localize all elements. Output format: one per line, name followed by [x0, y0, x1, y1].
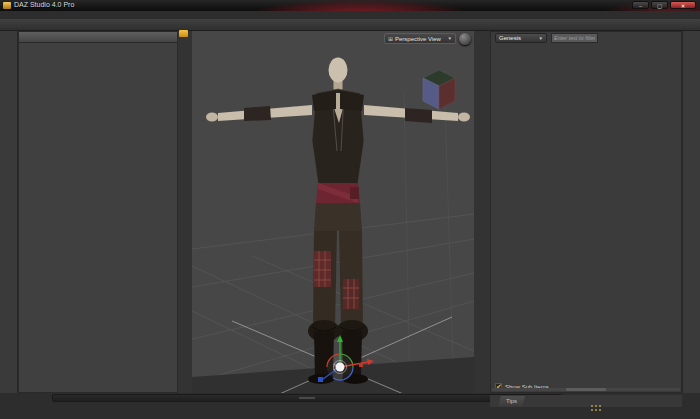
camera-selector[interactable]: ⊞ Perspective View ▼ [384, 33, 456, 44]
scene-tree [19, 42, 177, 392]
window-controls: –▢✕ [632, 1, 696, 9]
tab-tips[interactable]: Tips [498, 396, 525, 407]
camera-view-icon: ⊞ [388, 35, 393, 42]
node-selector[interactable]: Genesis ▼ [495, 33, 547, 43]
left-pane-tabs [178, 31, 192, 393]
viewport[interactable]: ⊞ Perspective View ▼ [192, 31, 474, 393]
camera-cube-toggle[interactable] [459, 33, 471, 45]
node-selector-value: Genesis [499, 35, 521, 41]
parameters-pane: Genesis ▼ ✔ Show Sub Items [490, 31, 682, 393]
view-cube[interactable] [421, 69, 457, 111]
title-bar[interactable]: DAZ Studio 4.0 Pro –▢✕ [0, 0, 700, 11]
file-toolbar [0, 31, 18, 393]
filter-input[interactable] [551, 33, 598, 43]
active-pane-marker [179, 30, 188, 37]
chevron-down-icon: ▼ [448, 36, 452, 41]
drag-handle[interactable] [299, 397, 315, 399]
maximize-button[interactable]: ▢ [651, 1, 668, 9]
horizontal-scrollbar[interactable] [492, 388, 680, 391]
daz-studio-window: { "window": { "title": "DAZ Studio 4.0 P… [0, 0, 700, 419]
pose-toolbar [682, 31, 700, 393]
scene-pane [18, 31, 178, 393]
collapsed-pane-bar[interactable] [52, 394, 562, 402]
app-icon [3, 2, 11, 9]
background-window-artifact [255, 0, 465, 11]
tips-bar: Tips [490, 395, 682, 407]
resize-grip-icon[interactable] [590, 404, 602, 413]
window-title: DAZ Studio 4.0 Pro [14, 1, 74, 8]
close-button[interactable]: ✕ [670, 1, 696, 9]
minimize-button[interactable]: – [632, 1, 649, 9]
chevron-down-icon: ▼ [539, 36, 543, 41]
main-toolbar [0, 19, 700, 31]
right-pane-tabs [474, 31, 490, 393]
menu-bar [0, 11, 700, 19]
camera-selector-value: Perspective View [395, 36, 441, 42]
